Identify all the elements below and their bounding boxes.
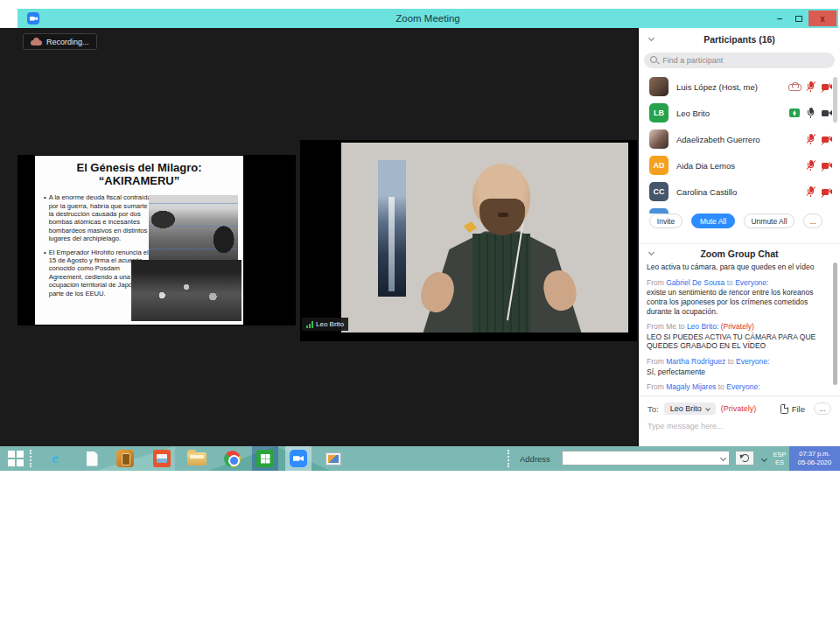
to-word: to: [718, 382, 724, 391]
chevron-down-icon: [760, 455, 766, 461]
toolbar-overflow-button[interactable]: [760, 446, 768, 471]
slide-title-line2: “AKIRAMERU”: [35, 175, 243, 188]
participant-row[interactable]: AD Aida Dia Lemos: [639, 152, 840, 178]
avatar: AD: [649, 156, 668, 175]
message-body: Sí, perfectamente: [647, 368, 826, 377]
window-titlebar: Zoom Meeting – x: [18, 9, 838, 28]
video-off-icon: [822, 83, 832, 91]
zoom-taskbar-button[interactable]: [285, 446, 312, 471]
participant-name: Aida Dia Lemos: [676, 161, 807, 171]
mic-muted-icon: [807, 186, 815, 197]
office-app-button[interactable]: [112, 446, 138, 471]
message-meta: From Magaly Mijares to Everyone:: [647, 382, 826, 392]
maximize-button[interactable]: [789, 16, 808, 22]
participant-search[interactable]: [644, 52, 835, 68]
taskbar-grip[interactable]: [30, 450, 37, 467]
sender-name: Gabriel De Sousa: [666, 278, 724, 287]
speaker-shirt: [472, 234, 530, 332]
participant-row-partial[interactable]: [639, 205, 840, 214]
internet-explorer-icon: e: [52, 450, 59, 467]
video-name-label: Leo Brito: [316, 320, 344, 328]
yellow-object: [464, 221, 477, 233]
language-code-short: ES: [775, 458, 784, 466]
mic-muted-icon: [807, 81, 815, 92]
store-icon: [256, 450, 274, 467]
invite-button[interactable]: Invite: [649, 214, 682, 228]
windows-store-button[interactable]: [252, 446, 278, 471]
windows-taskbar: e Address ESP ES 07:37 p.m. 05-06-2020: [0, 446, 840, 471]
video-name-tag: Leo Brito: [302, 318, 348, 331]
slide-bullet: • A la enorme deuda fiscal contraída por…: [44, 193, 152, 242]
avatar: LB: [649, 103, 668, 122]
chat-more-button[interactable]: ...: [814, 402, 831, 415]
cloud-recording-icon: [31, 38, 42, 46]
address-bar[interactable]: [562, 451, 730, 466]
participant-name: Carolina Castillo: [676, 187, 807, 197]
photos-app-button[interactable]: [320, 446, 346, 471]
search-input[interactable]: [662, 56, 829, 65]
recipient-name: Everyone:: [735, 278, 768, 287]
recording-cloud-icon: [788, 82, 800, 91]
screen-share-icon: [789, 108, 800, 117]
participant-row[interactable]: CC Carolina Castillo: [639, 178, 840, 205]
avatar: CC: [649, 182, 668, 201]
message-input[interactable]: Type message here...: [639, 415, 840, 430]
bullet-text: A la enorme deuda fiscal contraída por l…: [49, 193, 152, 242]
address-label: Address: [520, 446, 550, 471]
chat-message: Leo activa tu cámara, para que quedes en…: [647, 262, 826, 272]
participants-actions: Invite Mute All Unmute All ...: [639, 214, 840, 231]
mic-muted-icon: [807, 134, 815, 144]
recording-indicator[interactable]: Recording...: [23, 33, 97, 50]
to-word: to: [727, 278, 733, 287]
side-panel: Participants (16) Luis López (Host, me) …: [637, 28, 840, 446]
speaker-beard: [480, 199, 525, 235]
chat-scrollbar[interactable]: [833, 262, 837, 385]
file-label: File: [792, 404, 805, 414]
meeting-stage: Recording... El Génesis del Milagro: “AK…: [0, 28, 637, 446]
recipient-selector[interactable]: Leo Brito: [664, 402, 716, 415]
video-off-icon: [822, 136, 832, 144]
speaker-video: [341, 143, 628, 332]
notepad-button[interactable]: [79, 446, 105, 471]
address-toolbar-grip[interactable]: [508, 450, 514, 467]
participants-more-button[interactable]: ...: [803, 214, 822, 228]
recipient-name: Everyone:: [726, 382, 760, 391]
maximize-icon: [795, 16, 802, 22]
internet-explorer-button[interactable]: e: [42, 446, 68, 471]
language-indicator[interactable]: ESP ES: [770, 446, 789, 471]
from-word: From: [647, 278, 664, 287]
participant-row[interactable]: Luis López (Host, me): [639, 74, 840, 100]
close-button[interactable]: x: [808, 10, 836, 26]
windows-logo-icon: [8, 451, 24, 466]
zoom-camera-icon: [290, 450, 307, 467]
chrome-button[interactable]: [219, 446, 245, 471]
photos-icon: [326, 452, 341, 466]
folder-icon: [187, 452, 206, 466]
audio-level-icon: [306, 321, 313, 328]
chat-message-list[interactable]: Leo activa tu cámara, para que quedes en…: [647, 262, 826, 392]
address-go-button[interactable]: [735, 451, 754, 466]
participant-status-icons: [788, 81, 832, 92]
message-body: existe un sentimiento de rencor entre lo…: [647, 288, 826, 316]
start-button[interactable]: [4, 446, 28, 471]
mute-all-button[interactable]: Mute All: [691, 214, 735, 228]
presentation-app-button[interactable]: [149, 446, 175, 471]
window-title: Zoom Meeting: [18, 13, 838, 24]
participant-row[interactable]: Adaelizabeth Guerrero: [639, 126, 840, 152]
unmute-all-button[interactable]: Unmute All: [744, 214, 794, 228]
minimize-button[interactable]: –: [770, 13, 789, 24]
chat-to-row: To: Leo Brito (Privately) File ...: [639, 396, 840, 415]
file-explorer-button[interactable]: [184, 446, 210, 471]
participant-row[interactable]: LB Leo Brito: [639, 100, 840, 126]
taskbar-clock[interactable]: 07:37 p.m. 05-06-2020: [789, 446, 840, 471]
chat-message: From Magaly Mijares to Everyone: Sí, esc…: [647, 382, 826, 392]
address-input[interactable]: [563, 455, 729, 468]
privately-label: (Privately): [721, 404, 757, 413]
chat-composer: To: Leo Brito (Privately) File ... Type …: [639, 396, 840, 446]
participants-scrollbar[interactable]: [833, 77, 837, 122]
privately-tag: (Privately): [721, 322, 754, 331]
presentation-slide: El Génesis del Milagro: “AKIRAMERU” • A …: [35, 156, 243, 325]
file-button[interactable]: File: [780, 404, 805, 414]
slide-body: • A la enorme deuda fiscal contraída por…: [44, 193, 238, 321]
chat-message: From Martha Rodríguez to Everyone: Sí, p…: [647, 357, 826, 376]
